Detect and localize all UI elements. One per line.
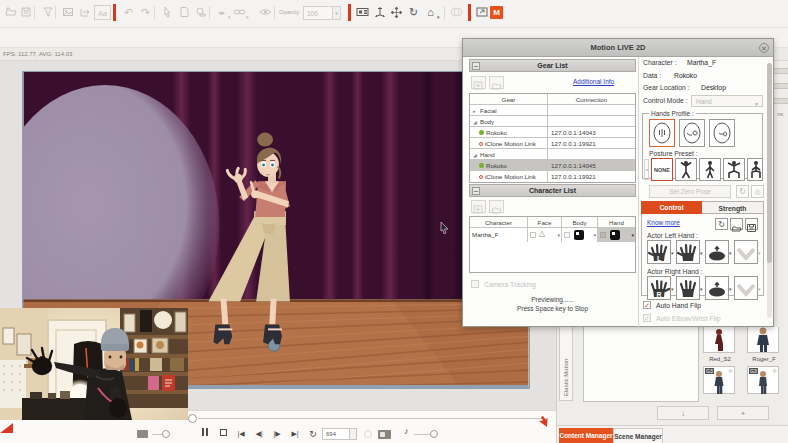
flip-icon[interactable]: ◂▸ bbox=[214, 5, 229, 20]
refresh-pose-icon[interactable]: ↻ bbox=[736, 185, 749, 198]
gear-row-body-iclone[interactable]: iClone Motion Link127.0.0.1:19921 bbox=[470, 138, 635, 149]
link-icon[interactable] bbox=[232, 5, 247, 20]
left-hand-mode-tracking[interactable]: L bbox=[647, 240, 671, 264]
import-image-icon[interactable] bbox=[60, 5, 75, 20]
collapse-character-list[interactable]: – bbox=[472, 187, 480, 195]
hands-profile-option-1[interactable] bbox=[649, 119, 675, 147]
add-gear-button[interactable] bbox=[471, 76, 486, 89]
opacity-dropdown[interactable]: ▾ bbox=[333, 6, 341, 20]
export-icon[interactable] bbox=[77, 5, 92, 20]
select-cursor-icon[interactable] bbox=[159, 5, 174, 20]
left-hand-mode-custom-dropdown[interactable]: ▾ bbox=[758, 250, 761, 256]
dialog-title-bar[interactable]: Motion LIVE 2D bbox=[463, 39, 773, 57]
rotate-icon[interactable]: ↻ bbox=[406, 5, 421, 20]
character-row-martha[interactable]: Martha_F △▾ ▾ ▾ bbox=[470, 228, 635, 242]
motion-live-2d-dialog[interactable]: Motion LIVE 2D ✕ –Gear List Additional I… bbox=[462, 38, 774, 327]
right-hand-mode-pose-dropdown[interactable]: ▾ bbox=[700, 286, 703, 292]
thumbnail-g3-1[interactable]: G3✛ bbox=[703, 366, 735, 394]
right-hand-mode-mouse[interactable] bbox=[705, 276, 729, 300]
left-hand-mode-mouse[interactable] bbox=[705, 240, 729, 264]
character-folder-button[interactable] bbox=[489, 200, 504, 213]
know-more-link[interactable]: Know more bbox=[647, 219, 680, 226]
opacity-input[interactable]: 100 bbox=[303, 6, 333, 20]
left-volume-knob[interactable] bbox=[162, 430, 170, 438]
next-frame-button[interactable]: |▶ bbox=[270, 428, 284, 440]
posture-preset-3[interactable] bbox=[723, 158, 745, 181]
posture-preset-1[interactable] bbox=[675, 158, 697, 181]
posture-preset-4[interactable] bbox=[747, 158, 763, 181]
home-icon[interactable]: ⌂ bbox=[423, 5, 438, 20]
gear-row-hand[interactable]: ◢Hand bbox=[470, 149, 635, 160]
calibrate-pose-icon[interactable]: ◎ bbox=[751, 185, 764, 198]
camera-record-icon[interactable] bbox=[378, 430, 391, 439]
content-list-box[interactable] bbox=[583, 323, 699, 402]
volume-knob[interactable] bbox=[430, 430, 438, 438]
paste-icon[interactable] bbox=[176, 5, 191, 20]
set-zero-pose-button[interactable]: Set Zero Pose bbox=[649, 185, 731, 198]
right-hand-mode-mouse-dropdown[interactable]: ▾ bbox=[729, 286, 732, 292]
gear-list-header[interactable]: –Gear List bbox=[469, 59, 636, 72]
frame-counter-input[interactable]: 694 bbox=[322, 428, 350, 440]
tab-control[interactable]: Control bbox=[641, 201, 702, 214]
timeline-slider-knob[interactable] bbox=[188, 414, 197, 423]
right-hand-mode-custom-dropdown[interactable]: ▾ bbox=[758, 286, 761, 292]
gear-row-body-rokoko[interactable]: Rokoko127.0.0.1:14043 bbox=[470, 127, 635, 138]
copy-icon[interactable] bbox=[193, 5, 208, 20]
stop-button[interactable] bbox=[216, 428, 230, 440]
elastic-motion-vertical-tab[interactable]: Elastic Motion bbox=[559, 319, 573, 401]
gear-row-facial[interactable]: ▸Facial bbox=[470, 105, 635, 116]
add-button[interactable]: + bbox=[717, 406, 769, 420]
thumbnail-g3-2[interactable]: G3✛ bbox=[747, 366, 779, 394]
additional-info-link[interactable]: Additional Info bbox=[573, 78, 614, 85]
right-hand-mode-custom[interactable] bbox=[734, 276, 758, 300]
render-window-icon[interactable] bbox=[475, 5, 490, 20]
reset-control-icon[interactable]: ↻ bbox=[715, 218, 728, 230]
tab-content-manager[interactable]: Content Manager bbox=[559, 428, 613, 443]
save-profile-icon[interactable] bbox=[745, 218, 758, 230]
left-hand-mode-pose[interactable] bbox=[676, 240, 700, 264]
collect-clip-icon[interactable] bbox=[40, 5, 55, 20]
thumbnail-roger-f[interactable]: Roger_F bbox=[747, 325, 779, 353]
hands-profile-option-2[interactable] bbox=[679, 119, 705, 147]
collapse-gear-list[interactable]: – bbox=[472, 62, 480, 70]
dialog-scrollbar[interactable] bbox=[767, 63, 772, 318]
previous-frame-button[interactable]: ◀| bbox=[252, 428, 266, 440]
left-hand-mode-mouse-dropdown[interactable]: ▾ bbox=[729, 250, 732, 256]
right-hand-mode-pose[interactable] bbox=[676, 276, 700, 300]
tab-strength[interactable]: Strength bbox=[702, 201, 764, 214]
pause-button[interactable] bbox=[198, 428, 212, 440]
text-tool-icon[interactable]: Aa bbox=[94, 5, 111, 20]
hand-cell[interactable]: ▾ bbox=[598, 228, 635, 242]
go-to-start-button[interactable]: |◀ bbox=[234, 428, 248, 440]
character-table[interactable]: Character Face Body Hand Martha_F △▾ ▾ ▾ bbox=[469, 216, 636, 273]
move-icon[interactable] bbox=[389, 5, 404, 20]
display-toggle-icon[interactable] bbox=[137, 430, 148, 438]
posture-preset-2[interactable] bbox=[699, 158, 721, 181]
camera-view-icon[interactable] bbox=[355, 5, 370, 20]
frame-spinner[interactable] bbox=[350, 428, 357, 440]
show-hide-icon[interactable] bbox=[258, 5, 273, 20]
gear-row-body[interactable]: ◢Body bbox=[470, 116, 635, 127]
go-to-end-button[interactable]: ▶| bbox=[288, 428, 302, 440]
posture-scroll-left[interactable]: ◂ bbox=[644, 159, 649, 180]
gear-table[interactable]: GearConnection ▸Facial ◢Body Rokoko127.0… bbox=[469, 93, 636, 183]
move-down-button[interactable]: ↓ bbox=[657, 406, 709, 420]
right-hand-mode-tracking[interactable]: R bbox=[647, 276, 671, 300]
tab-scene-manager[interactable]: Scene Manager bbox=[613, 428, 663, 443]
gear-row-hand-rokoko[interactable]: Rokoko127.0.0.1:14045 bbox=[470, 160, 635, 171]
motion-live-icon[interactable]: M bbox=[490, 6, 503, 19]
add-character-button[interactable] bbox=[471, 200, 486, 213]
loop-button[interactable]: ↻ bbox=[306, 428, 320, 440]
redo-icon[interactable]: ↷ bbox=[138, 5, 153, 20]
body-cell[interactable]: ▾ bbox=[562, 228, 598, 242]
thumbnail-red-s2[interactable]: Red_S2 bbox=[703, 325, 735, 353]
left-hand-mode-tracking-dropdown[interactable]: ▾ bbox=[671, 250, 674, 256]
auto-hand-flip-checkbox[interactable]: ✓ bbox=[643, 301, 651, 309]
gear-row-hand-iclone[interactable]: iClone Motion Link127.0.0.1:19921 bbox=[470, 171, 635, 182]
auto-elbow-flip-checkbox[interactable]: ✓ bbox=[643, 314, 651, 322]
right-hand-mode-tracking-dropdown[interactable]: ▾ bbox=[671, 286, 674, 292]
posture-none-button[interactable]: NONE bbox=[651, 158, 673, 181]
open-folder-icon[interactable] bbox=[3, 5, 18, 20]
left-hand-mode-custom[interactable] bbox=[734, 240, 758, 264]
gear-folder-button[interactable] bbox=[489, 76, 504, 89]
